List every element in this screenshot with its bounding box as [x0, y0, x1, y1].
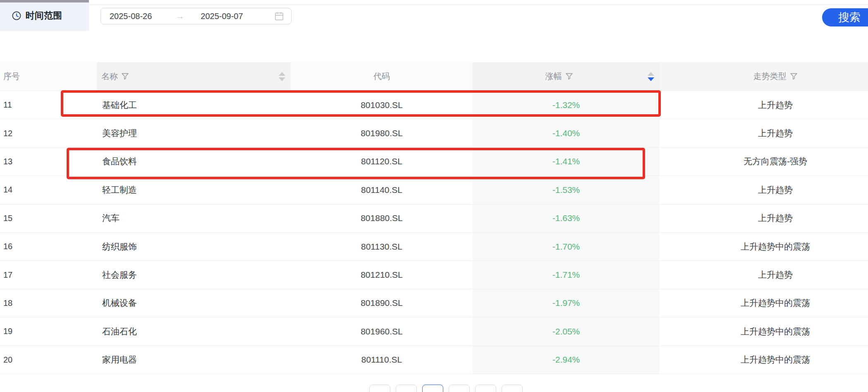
date-range-picker[interactable]: 2025-08-26 → 2025-09-07	[100, 8, 292, 24]
start-date-input[interactable]: 2025-08-26	[110, 12, 152, 21]
cell-trend: 上升趋势	[660, 119, 868, 147]
table-row[interactable]: 19石油石化801960.SL-2.05%上升趋势中的震荡	[0, 317, 868, 346]
pagination: ‹1234›	[369, 385, 523, 392]
cell-change: -1.41%	[473, 148, 660, 176]
sort-asc-icon[interactable]	[648, 72, 654, 76]
pagination-page-1[interactable]: 1	[396, 385, 417, 392]
table-row[interactable]: 17社会服务801210.SL-1.71%上升趋势	[0, 261, 868, 289]
filter-funnel-icon[interactable]	[565, 72, 573, 80]
table-row[interactable]: 14轻工制造801140.SL-1.53%上升趋势	[0, 176, 868, 204]
cell-trend: 上升趋势中的震荡	[660, 233, 868, 260]
cell-name: 家用电器	[97, 346, 291, 374]
cell-code: 801210.SL	[291, 261, 473, 289]
column-header-trend-label: 走势类型	[753, 71, 787, 82]
cell-code: 801120.SL	[291, 148, 473, 176]
clock-icon	[12, 11, 22, 21]
cell-trend: 上升趋势中的震荡	[660, 289, 868, 317]
cell-name: 美容护理	[97, 119, 291, 147]
pagination-page-2[interactable]: 2	[422, 385, 443, 392]
industry-table-page: 时间范围 2025-08-26 → 2025-09-07 搜索 序号 名称	[0, 0, 868, 392]
cell-code: 801110.SL	[291, 346, 473, 374]
pagination-prev-button[interactable]: ‹	[369, 385, 390, 392]
cell-trend: 上升趋势	[660, 176, 868, 204]
table-row[interactable]: 16纺织服饰801130.SL-1.70%上升趋势中的震荡	[0, 233, 868, 261]
cell-change: -1.40%	[473, 119, 660, 147]
cell-index: 16	[0, 233, 97, 260]
cell-index: 18	[0, 289, 97, 317]
cell-code: 801880.SL	[291, 204, 473, 232]
cell-change: -1.70%	[473, 233, 660, 260]
cell-trend: 上升趋势中的震荡	[660, 317, 868, 345]
table-header-row: 序号 名称 代码	[0, 62, 868, 91]
cell-name: 汽车	[97, 204, 291, 232]
date-range-arrow-icon: →	[176, 12, 184, 21]
sorter-change[interactable]	[648, 72, 654, 81]
column-header-name-label: 名称	[101, 71, 118, 82]
pagination-page-4[interactable]: 4	[475, 385, 496, 392]
cell-trend: 无方向震荡-强势	[660, 148, 868, 176]
cell-name: 基础化工	[97, 91, 291, 119]
sort-desc-icon[interactable]	[279, 77, 285, 81]
cell-change: -1.63%	[473, 204, 660, 232]
table-row[interactable]: 13食品饮料801120.SL-1.41%无方向震荡-强势	[0, 148, 868, 176]
column-header-change[interactable]: 涨幅	[473, 62, 660, 91]
cell-index: 15	[0, 204, 97, 232]
cell-name: 社会服务	[97, 261, 291, 289]
sort-asc-icon[interactable]	[279, 72, 285, 76]
end-date-input[interactable]: 2025-09-07	[201, 12, 243, 21]
table-row[interactable]: 18机械设备801890.SL-1.97%上升趋势中的震荡	[0, 289, 868, 317]
cell-name: 纺织服饰	[97, 233, 291, 260]
cell-trend: 上升趋势	[660, 204, 868, 232]
cell-index: 14	[0, 176, 97, 204]
cell-trend: 上升趋势中的震荡	[660, 346, 868, 374]
filter-funnel-icon[interactable]	[790, 72, 798, 80]
calendar-icon	[274, 11, 285, 22]
filter-funnel-icon[interactable]	[121, 72, 129, 80]
cell-index: 11	[0, 91, 97, 119]
sort-desc-active-icon[interactable]	[648, 77, 654, 81]
search-button[interactable]: 搜索	[822, 8, 868, 26]
cell-name: 石油石化	[97, 317, 291, 345]
cell-trend: 上升趋势	[660, 91, 868, 119]
cell-code: 801130.SL	[291, 233, 473, 260]
pagination-page-3[interactable]: 3	[449, 385, 470, 392]
column-header-name[interactable]: 名称	[97, 62, 291, 91]
cell-change: -1.97%	[473, 289, 660, 317]
cell-name: 机械设备	[97, 289, 291, 317]
column-header-index: 序号	[0, 62, 97, 91]
table-body: 11基础化工801030.SL-1.32%上升趋势12美容护理801980.SL…	[0, 91, 868, 374]
cell-code: 801030.SL	[291, 91, 473, 119]
cell-code: 801960.SL	[291, 317, 473, 345]
cell-code: 801890.SL	[291, 289, 473, 317]
industry-table: 序号 名称 代码	[0, 62, 868, 374]
column-header-index-label: 序号	[3, 71, 20, 82]
pagination-next-button[interactable]: ›	[502, 385, 523, 392]
column-header-code: 代码	[291, 62, 473, 91]
cell-change: -2.94%	[473, 346, 660, 374]
cell-name: 轻工制造	[97, 176, 291, 204]
cell-change: -2.05%	[473, 317, 660, 345]
panel-top-strip	[0, 0, 89, 2]
cell-index: 20	[0, 346, 97, 374]
cell-index: 19	[0, 317, 97, 345]
cell-change: -1.71%	[473, 261, 660, 289]
table-row[interactable]: 12美容护理801980.SL-1.40%上升趋势	[0, 119, 868, 147]
table-row[interactable]: 11基础化工801030.SL-1.32%上升趋势	[0, 91, 868, 119]
cell-name: 食品饮料	[97, 148, 291, 176]
cell-code: 801140.SL	[291, 176, 473, 204]
table-row[interactable]: 20家用电器801110.SL-2.94%上升趋势中的震荡	[0, 346, 868, 374]
cell-index: 17	[0, 261, 97, 289]
cell-trend: 上升趋势	[660, 261, 868, 289]
cell-change: -1.53%	[473, 176, 660, 204]
table-row[interactable]: 15汽车801880.SL-1.63%上升趋势	[0, 204, 868, 233]
sorter-name[interactable]	[279, 72, 285, 81]
column-header-trend[interactable]: 走势类型	[660, 62, 868, 91]
top-divider	[89, 5, 868, 5]
cell-index: 12	[0, 119, 97, 147]
cell-index: 13	[0, 148, 97, 176]
time-range-field: 时间范围	[0, 0, 89, 31]
cell-change: -1.32%	[473, 91, 660, 119]
time-range-label: 时间范围	[26, 10, 62, 22]
column-header-change-label: 涨幅	[545, 71, 562, 82]
cell-code: 801980.SL	[291, 119, 473, 147]
